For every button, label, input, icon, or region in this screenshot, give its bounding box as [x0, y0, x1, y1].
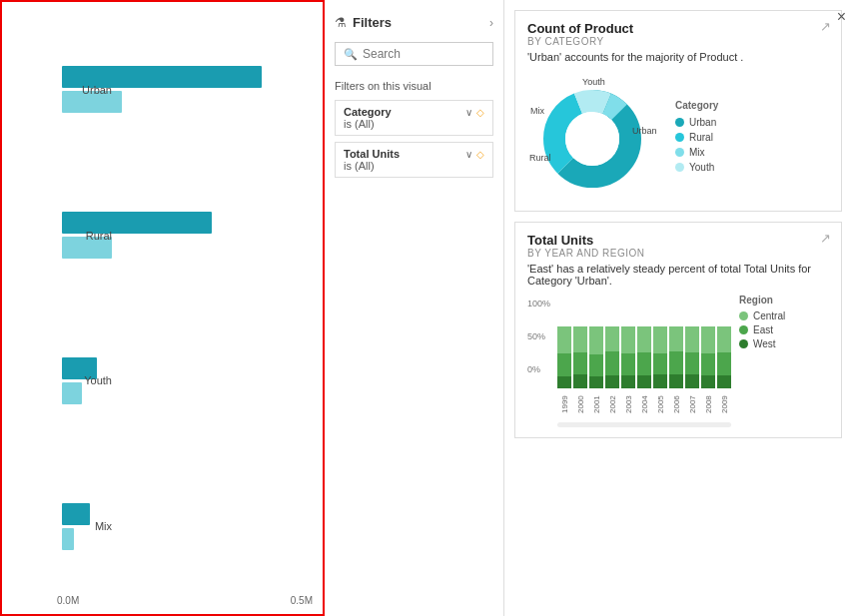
filters-header: ⚗ Filters ›	[335, 15, 493, 30]
seg-east-3	[605, 351, 619, 374]
legend-label-mix: Mix	[689, 147, 705, 158]
x-label-1: 0.5M	[291, 595, 313, 606]
filter-item-0[interactable]: Category∨◇is (All)	[335, 100, 493, 136]
seg-east-5	[637, 352, 651, 375]
seg-central-8	[685, 326, 699, 353]
tu-dot-central	[739, 311, 748, 320]
x-label-2006: 2006	[669, 390, 683, 418]
x-axis-labels: 0.0M 0.5M	[57, 595, 313, 606]
filter-clear-1[interactable]: ◇	[476, 149, 484, 160]
seg-east-7	[669, 351, 683, 374]
legend-dot-youth	[675, 163, 684, 172]
scrollbar[interactable]	[557, 422, 731, 427]
legend-item-mix: Mix	[675, 147, 718, 158]
x-label-2008: 2008	[701, 390, 715, 418]
seg-central-10	[717, 326, 731, 353]
bar-row-youth: Youth	[62, 357, 313, 404]
stacked-col-3	[605, 308, 619, 388]
stacked-col-10	[717, 308, 731, 388]
seg-central-3	[605, 326, 619, 352]
close-button[interactable]: ×	[837, 8, 846, 26]
stacked-bar-chart: 100% 50% 0%	[527, 299, 731, 388]
stacked-col-9	[701, 308, 715, 388]
donut-chart-area: Youth Mix Rural Urban Category Urban Rur…	[527, 71, 829, 201]
seg-east-1	[573, 352, 587, 374]
seg-west-7	[669, 374, 683, 388]
seg-west-4	[621, 375, 635, 388]
seg-east-0	[557, 353, 571, 376]
bar-label-urban: Urban	[74, 84, 112, 96]
x-label-2007: 2007	[685, 390, 699, 418]
filter-value-0: is (All)	[344, 118, 484, 130]
bar-row-rural: Rural	[62, 212, 313, 259]
legend-label-youth: Youth	[689, 162, 714, 173]
filter-name-0: Category	[344, 106, 392, 118]
seg-central-4	[621, 326, 635, 353]
bar-label-mix: Mix	[74, 520, 112, 532]
seg-central-5	[637, 326, 651, 353]
search-input[interactable]	[363, 47, 484, 61]
seg-west-9	[701, 375, 715, 388]
x-label-2003: 2003	[621, 390, 635, 418]
filter-chevron-0[interactable]: ∨	[465, 107, 472, 118]
legend-dot-mix	[675, 148, 684, 157]
donut-label-rural: Rural	[529, 153, 551, 163]
legend-item-rural: Rural	[675, 132, 718, 143]
bar-label-youth: Youth	[74, 374, 112, 386]
filter-icon: ⚗	[335, 15, 347, 30]
seg-east-10	[717, 352, 731, 375]
stacked-col-0	[557, 308, 571, 388]
seg-central-9	[701, 326, 715, 353]
tu-label-east: East	[753, 324, 773, 335]
stacked-col-6	[653, 308, 667, 388]
count-of-product-card: Count of Product BY CATEGORY 'Urban' acc…	[514, 10, 842, 212]
legend-label-urban: Urban	[689, 117, 716, 128]
seg-east-2	[589, 354, 603, 377]
donut-label-urban: Urban	[632, 126, 657, 136]
tu-legend-west: West	[739, 338, 785, 349]
count-pin-icon[interactable]: ↗	[820, 19, 831, 34]
tu-dot-east	[739, 325, 748, 334]
total-units-card: Total Units BY YEAR AND REGION 'East' ha…	[514, 222, 842, 438]
seg-east-4	[621, 353, 635, 375]
legend-item-urban: Urban	[675, 117, 718, 128]
x-label-2002: 2002	[605, 390, 619, 418]
filters-title: Filters	[353, 15, 392, 30]
left-panel-bar-chart: UrbanRuralYouthMix 0.0M 0.5M	[0, 0, 325, 616]
seg-west-1	[573, 374, 587, 388]
stacked-col-4	[621, 308, 635, 388]
total-units-subtitle: BY YEAR AND REGION	[527, 248, 829, 259]
tu-label-central: Central	[753, 310, 785, 321]
search-icon: 🔍	[344, 48, 358, 61]
x-label-2000: 2000	[573, 390, 587, 418]
filter-name-1: Total Units	[344, 148, 400, 160]
total-units-pin-icon[interactable]: ↗	[820, 231, 831, 246]
bar-row-urban: Urban	[62, 66, 313, 113]
filter-clear-0[interactable]: ◇	[476, 107, 484, 118]
x-label-2001: 2001	[589, 390, 603, 418]
stacked-col-1	[573, 308, 587, 388]
donut-svg	[527, 71, 667, 201]
seg-west-2	[589, 376, 603, 388]
donut-chart: Youth Mix Rural Urban	[527, 71, 667, 201]
seg-west-8	[685, 374, 699, 388]
seg-central-2	[589, 326, 603, 354]
filter-value-1: is (All)	[344, 160, 484, 172]
legend-item-youth: Youth	[675, 162, 718, 173]
total-units-legend: Region Central East West	[739, 295, 785, 349]
stacked-bar-area: 100% 50% 0% 1999200020012002200320042005…	[527, 295, 731, 427]
x-label-1999: 1999	[557, 390, 571, 418]
filters-title-row: ⚗ Filters	[335, 15, 392, 30]
filter-item-1[interactable]: Total Units∨◇is (All)	[335, 142, 493, 178]
filter-chevron-1[interactable]: ∨	[465, 149, 472, 160]
bar-chart: UrbanRuralYouthMix	[62, 22, 313, 584]
total-units-description: 'East' has a relatively steady percent o…	[527, 263, 829, 287]
seg-central-6	[653, 326, 667, 353]
legend-dot-urban	[675, 118, 684, 127]
filters-expand-icon[interactable]: ›	[489, 16, 493, 30]
svg-point-4	[565, 112, 619, 166]
seg-west-0	[557, 376, 571, 388]
filter-items-container: Category∨◇is (All)Total Units∨◇is (All)	[335, 100, 493, 178]
total-units-chart: 100% 50% 0% 1999200020012002200320042005…	[527, 295, 829, 427]
seg-west-3	[605, 375, 619, 388]
